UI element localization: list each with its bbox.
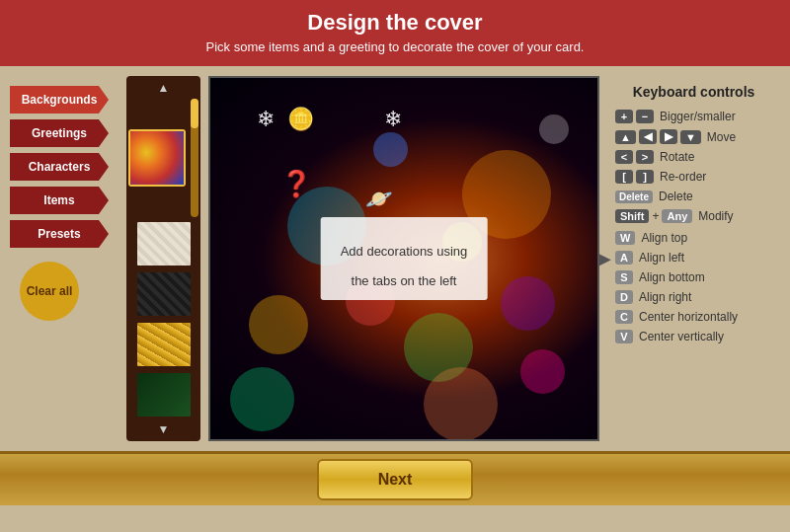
page-title: Design the cover <box>0 10 790 36</box>
canvas-area: ❄ ❄ 🪙 🪐 ❓ Add decorations using the tabs… <box>208 76 599 441</box>
plus-sign: + <box>652 209 659 223</box>
key-s: S <box>615 270 633 284</box>
keyboard-panel: Keyboard controls + − Bigger/smaller ▲ ◀… <box>607 76 780 441</box>
texture-item-1[interactable] <box>128 129 186 187</box>
tab-characters[interactable]: Characters <box>10 153 109 181</box>
kb-label-reorder: Re-order <box>660 170 706 184</box>
scroll-down-arrow[interactable]: ▼ <box>156 421 172 437</box>
tab-items[interactable]: Items <box>10 187 109 214</box>
key-rotate-left: < <box>615 150 633 164</box>
canvas-planet[interactable]: 🪐 <box>365 187 392 212</box>
kb-label-align-left: Align left <box>639 251 684 265</box>
texture-row <box>128 99 198 217</box>
kb-row-modify: Shift + Any Modify <box>615 209 772 223</box>
scrollbar[interactable] <box>191 99 198 217</box>
kb-label-move: Move <box>707 130 736 144</box>
main-area: Backgrounds Greetings Characters Items P… <box>0 66 790 451</box>
key-d: D <box>615 290 633 304</box>
key-bracket-left: [ <box>615 170 633 184</box>
kb-label-align-right: Align right <box>639 290 691 304</box>
page-subtitle: Pick some items and a greeting to decora… <box>0 39 790 54</box>
canvas-snowflake-2[interactable]: ❄ <box>384 107 402 132</box>
tab-presets[interactable]: Presets <box>10 220 109 248</box>
kb-label-bigger-smaller: Bigger/smaller <box>660 110 736 123</box>
texture-item-5[interactable] <box>135 371 193 418</box>
kb-label-delete: Delete <box>659 190 693 203</box>
canvas-right-arrow[interactable]: ▶ <box>597 248 611 269</box>
key-right: ▶ <box>660 129 677 144</box>
scroll-up-arrow[interactable]: ▲ <box>156 80 172 96</box>
kb-label-rotate: Rotate <box>660 150 694 164</box>
kb-row-rotate: < > Rotate <box>615 150 772 164</box>
kb-row-align-bottom: S Align bottom <box>615 270 772 284</box>
kb-row-delete: Delete Delete <box>615 190 772 203</box>
kb-label-align-top: Align top <box>641 231 687 245</box>
kb-row-reorder: [ ] Re-order <box>615 170 772 184</box>
align-controls: W Align top A Align left S Align bottom … <box>615 231 772 343</box>
texture-item-4[interactable] <box>135 321 193 368</box>
canvas-background[interactable]: ❄ ❄ 🪙 🪐 ❓ Add decorations using the tabs… <box>210 78 597 439</box>
tab-greetings[interactable]: Greetings <box>10 119 109 147</box>
key-left: ◀ <box>639 129 657 144</box>
key-v: V <box>615 330 633 343</box>
tab-backgrounds[interactable]: Backgrounds <box>10 86 109 114</box>
kb-row-align-left: A Align left <box>615 251 772 265</box>
canvas-question-block[interactable]: ❓ <box>280 169 312 199</box>
next-button[interactable]: Next <box>317 459 474 500</box>
key-w: W <box>615 231 635 245</box>
scrollbar-thumb <box>191 99 198 128</box>
key-c: C <box>615 310 633 324</box>
kb-label-align-bottom: Align bottom <box>639 270 705 284</box>
kb-row-move: ▲ ◀ ▶ ▼ Move <box>615 129 772 144</box>
kb-row-center-horiz: C Center horizontally <box>615 310 772 324</box>
key-up: ▲ <box>615 130 636 144</box>
clear-all-button[interactable]: Clear all <box>20 262 79 321</box>
texture-item-3[interactable] <box>135 270 193 318</box>
kb-row-bigger-smaller: + − Bigger/smaller <box>615 110 772 123</box>
key-plus: + <box>615 110 633 123</box>
kb-label-center-horiz: Center horizontally <box>639 310 738 324</box>
key-any: Any <box>662 209 692 223</box>
texture-item-2[interactable] <box>135 220 193 267</box>
key-down: ▼ <box>680 130 701 144</box>
sidebar: Backgrounds Greetings Characters Items P… <box>10 76 118 441</box>
key-rotate-right: > <box>636 150 654 164</box>
key-bracket-right: ] <box>636 170 654 184</box>
kb-label-center-vert: Center vertically <box>639 330 724 343</box>
key-delete: Delete <box>615 190 653 203</box>
kb-label-modify: Modify <box>698 209 733 223</box>
add-decoration-message: Add decorations using the tabs on the le… <box>321 217 488 300</box>
kb-row-align-right: D Align right <box>615 290 772 304</box>
key-minus: − <box>636 110 654 123</box>
kb-row-align-top: W Align top <box>615 231 772 245</box>
texture-panel: ▲ ▼ <box>126 76 200 441</box>
canvas-coin[interactable]: 🪙 <box>287 107 314 132</box>
key-a: A <box>615 251 633 265</box>
page-header: Design the cover Pick some items and a g… <box>0 0 790 66</box>
key-shift: Shift <box>615 209 649 223</box>
keyboard-panel-title: Keyboard controls <box>615 84 772 100</box>
canvas-snowflake-1[interactable]: ❄ <box>257 107 275 132</box>
kb-row-center-vert: V Center vertically <box>615 330 772 343</box>
footer: Next <box>0 451 790 505</box>
